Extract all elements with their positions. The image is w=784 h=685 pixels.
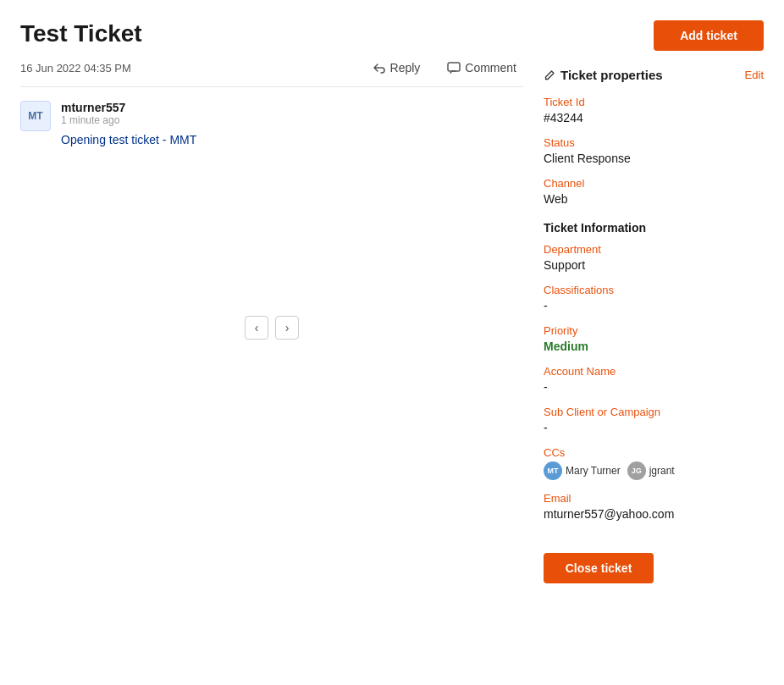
ticket-date: 16 Jun 2022 04:35 PM <box>20 62 131 75</box>
cc-chip-mary: MT Mary Turner <box>544 461 621 480</box>
priority-label: Priority <box>544 324 764 337</box>
message-body: mturner557 1 minute ago Opening test tic… <box>61 101 196 146</box>
channel-label: Channel <box>544 177 764 190</box>
page-title: Test Ticket <box>20 20 523 47</box>
status-label: Status <box>544 136 764 149</box>
account-name-section: Account Name - <box>544 365 764 394</box>
properties-header: Ticket properties Edit <box>544 68 764 82</box>
cc-avatar-jgrant: JG <box>627 461 646 480</box>
cc-avatar-mary: MT <box>544 461 562 480</box>
priority-value: Medium <box>544 340 764 353</box>
properties-title-text: Ticket properties <box>560 68 663 82</box>
message-author: mturner557 <box>61 101 196 114</box>
reply-icon <box>373 61 386 75</box>
cc-row: MT Mary Turner JG jgrant <box>544 461 764 480</box>
classifications-value: - <box>544 299 764 312</box>
ticket-actions: Reply Comment <box>366 58 523 78</box>
cc-name-mary: Mary Turner <box>566 465 621 477</box>
next-page-button[interactable]: › <box>275 316 299 340</box>
status-value: Client Response <box>544 152 764 165</box>
ccs-section: CCs MT Mary Turner JG jgrant <box>544 446 764 480</box>
add-ticket-button[interactable]: Add ticket <box>654 20 764 51</box>
sub-client-value: - <box>544 421 764 434</box>
reply-label: Reply <box>390 61 421 75</box>
message-text: Opening test ticket - MMT <box>61 133 196 146</box>
ticket-id-value: #43244 <box>544 111 764 124</box>
comment-button[interactable]: Comment <box>440 58 523 78</box>
sub-client-section: Sub Client or Campaign - <box>544 406 764 434</box>
sidebar: Add ticket Ticket properties Edit Ticket… <box>544 20 764 665</box>
properties-title: Ticket properties <box>544 68 663 82</box>
ticket-meta-row: 16 Jun 2022 04:35 PM Reply <box>20 58 523 87</box>
cc-chip-jgrant: JG jgrant <box>627 461 675 480</box>
email-value: mturner557@yahoo.com <box>544 507 764 521</box>
channel-value: Web <box>544 192 764 206</box>
ticket-id-label: Ticket Id <box>544 96 764 108</box>
prev-page-button[interactable]: ‹ <box>245 316 268 340</box>
account-name-label: Account Name <box>544 365 764 378</box>
edit-link[interactable]: Edit <box>745 69 764 81</box>
ccs-label: CCs <box>544 446 764 459</box>
reply-button[interactable]: Reply <box>366 58 428 78</box>
pencil-icon <box>544 69 555 81</box>
avatar: MT <box>20 101 51 131</box>
svg-rect-0 <box>448 63 460 71</box>
account-name-value: - <box>544 380 764 394</box>
comment-icon <box>447 61 461 75</box>
message-time: 1 minute ago <box>61 114 196 126</box>
ticket-id-section: Ticket Id #43244 <box>544 96 764 124</box>
close-ticket-button[interactable]: Close ticket <box>544 553 654 583</box>
comment-label: Comment <box>465 61 516 75</box>
ticket-information-heading: Ticket Information <box>544 221 764 235</box>
department-label: Department <box>544 243 764 256</box>
message-area: MT mturner557 1 minute ago Opening test … <box>20 101 523 146</box>
classifications-section: Classifications - <box>544 284 764 312</box>
department-section: Department Support <box>544 243 764 272</box>
status-section: Status Client Response <box>544 136 764 165</box>
email-label: Email <box>544 492 764 505</box>
department-value: Support <box>544 258 764 272</box>
priority-section: Priority Medium <box>544 324 764 353</box>
sub-client-label: Sub Client or Campaign <box>544 406 764 418</box>
classifications-label: Classifications <box>544 284 764 296</box>
channel-section: Channel Web <box>544 177 764 206</box>
email-section: Email mturner557@yahoo.com <box>544 492 764 521</box>
pagination-controls: ‹ › <box>20 316 523 340</box>
cc-name-jgrant: jgrant <box>649 465 675 477</box>
